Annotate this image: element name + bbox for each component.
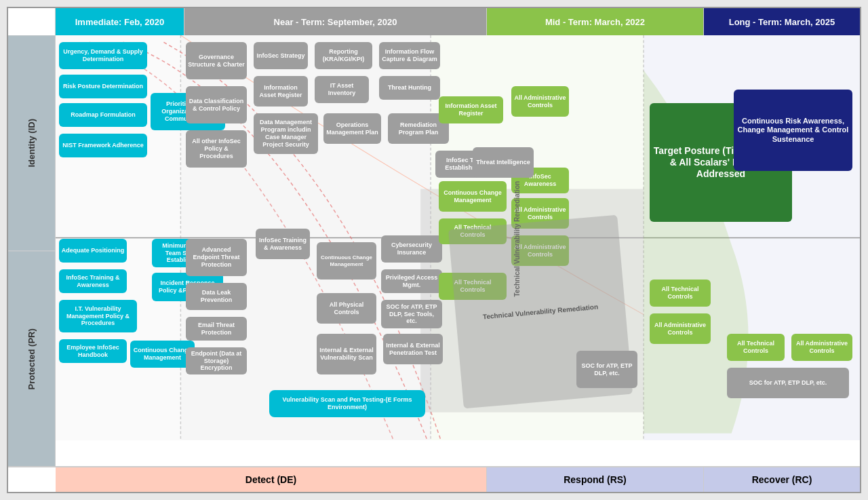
box-info-flow: Information Flow Capture & Diagram	[379, 42, 440, 69]
box-email-threat: Email Threat Protection	[186, 317, 247, 341]
box-roadmap: Roadmap Formulation	[59, 103, 147, 127]
box-internal-ext-pen: Internal & External Penetration Test	[383, 334, 443, 364]
header-long: Long - Term: March, 2025	[704, 8, 860, 35]
box-cybersec-insurance: Cybersecurity Insurance	[381, 235, 442, 263]
bottom-detect: Detect (DE)	[56, 467, 487, 492]
box-vuln-scan: Vulnerability Scan and Pen Testing-(E Fo…	[269, 390, 425, 417]
box-soc-mid: SOC for ATP, ETP DLP, etc.	[576, 351, 637, 388]
bottom-row: Detect (DE) Respond (RS) Recover (RC)	[8, 466, 860, 492]
box-adequate-pos: Adequate Positioning	[59, 239, 127, 263]
box-data-leak: Data Leak Prevention	[186, 283, 247, 310]
bottom-respond: Respond (RS)	[487, 467, 704, 492]
box-endpoint-encrypt: Endpoint (Data at Storage) Encryption	[186, 347, 247, 374]
box-continuous-change1: Continuous Change Management	[317, 242, 376, 280]
box-continuous-change-mid: Continuous Change Management	[439, 181, 507, 212]
box-continuous-risk: Continuous Risk Awareness, Change Manage…	[734, 90, 852, 171]
diagram-area: Urgency, Demand & Supply Determination R…	[56, 35, 860, 466]
box-privileged-access: Privileged Access Mgmt.	[381, 269, 442, 293]
header-spacer	[8, 8, 56, 35]
left-sidebar: Identity (ID) Protected (PR)	[8, 35, 56, 466]
box-reporting: Reporting (KRA/KGI/KPI)	[315, 42, 372, 69]
box-soc-atp1: SOC for ATP, ETP DLP, Sec Tools, etc.	[381, 300, 442, 328]
box-it-asset: IT Asset Inventory	[315, 76, 369, 103]
box-nist: NIST Framework Adherence	[59, 134, 147, 157]
box-threat-intel: Threat Intelligence	[473, 147, 534, 178]
box-continuous-change-pr: Continuous Change Management	[130, 341, 195, 368]
header-immediate: Immediate: Feb, 2020	[56, 8, 184, 35]
box-all-admin-long2: All Administrative Controls	[791, 334, 852, 361]
bottom-spacer	[8, 467, 56, 492]
box-advanced-endpoint: Advanced Endpoint Threat Protection	[186, 239, 247, 276]
box-soc-long: SOC for ATP, ETP DLP, etc.	[727, 368, 849, 398]
box-all-tech-long2: All Technical Controls	[727, 334, 785, 361]
box-threat-hunting: Threat Hunting	[379, 76, 440, 100]
box-infosec-training2: InfoSec Training & Awareness	[59, 269, 127, 293]
box-all-other: All other InfoSec Policy & Procedures	[186, 130, 247, 168]
box-internal-ext-vuln: Internal & External Vulnerability Scan	[317, 334, 376, 374]
box-governance: Governance Structure & Charter	[186, 42, 247, 79]
tech-vuln-label: Technical Vulnerability Remediation	[513, 181, 521, 297]
box-all-physical: All Physical Controls	[317, 293, 376, 324]
header-row: Immediate: Feb, 2020 Near - Term: Septem…	[8, 8, 860, 35]
box-it-vuln: I.T. Vulnerability Management Policy & P…	[59, 300, 137, 332]
header-mid: Mid - Term: March, 2022	[487, 8, 704, 35]
box-employee-handbook: Employee InfoSec Handbook	[59, 339, 127, 363]
box-data-class: Data Classification & Control Policy	[186, 86, 247, 123]
sidebar-identity: Identity (ID)	[8, 35, 55, 251]
box-all-tech-long1: All Technical Controls	[650, 280, 711, 307]
sidebar-protected: Protected (PR)	[8, 251, 55, 467]
box-info-asset-reg1: Information Asset Register	[254, 76, 308, 107]
content-area: Identity (ID) Protected (PR)	[8, 35, 860, 466]
box-infosec-strategy: InfoSec Strategy	[254, 42, 308, 69]
box-info-asset-mid: Information Asset Register	[439, 96, 503, 123]
box-all-admin-mid1: All Administrative Controls	[511, 86, 569, 117]
main-container: Immediate: Feb, 2020 Near - Term: Septem…	[7, 7, 861, 493]
box-infosec-training1: InfoSec Training & Awareness	[256, 229, 310, 259]
box-urgency: Urgency, Demand & Supply Determination	[59, 42, 147, 69]
box-all-admin-long1: All Administrative Controls	[650, 313, 711, 344]
box-risk-posture: Risk Posture Determination	[59, 75, 147, 98]
box-data-mgmt: Data Management Program includin Case Ma…	[254, 113, 318, 154]
bottom-recover: Recover (RC)	[704, 467, 860, 492]
box-ops-mgmt: Operations Management Plan	[323, 113, 381, 144]
header-near: Near - Term: September, 2020	[184, 8, 487, 35]
